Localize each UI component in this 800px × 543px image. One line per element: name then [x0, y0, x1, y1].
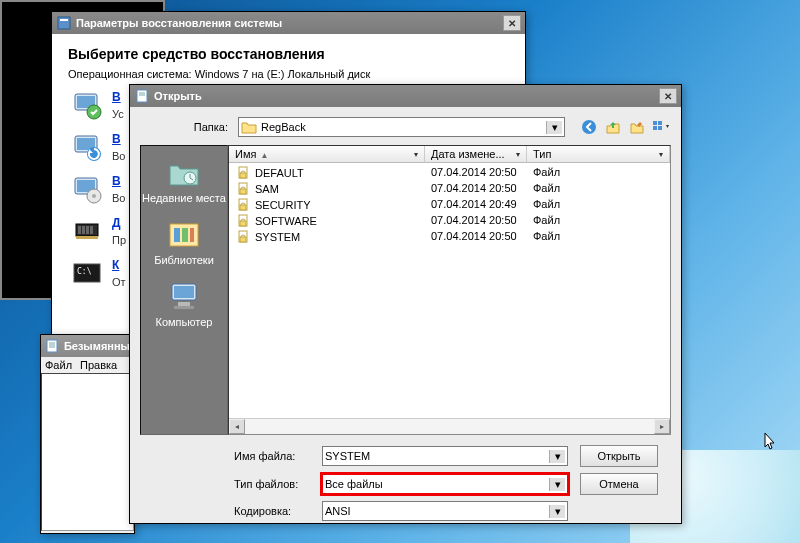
svg-rect-0 — [58, 17, 70, 29]
file-locked-icon — [235, 166, 251, 180]
file-date: 07.04.2014 20:50 — [431, 230, 533, 244]
folder-icon — [241, 120, 257, 134]
encoding-combo[interactable]: ANSI ▾ — [322, 501, 568, 521]
recent-places-icon — [164, 154, 204, 190]
file-date: 07.04.2014 20:50 — [431, 166, 533, 180]
file-locked-icon — [235, 214, 251, 228]
recovery-os-line: Операционная система: Windows 7 на (E:) … — [68, 68, 509, 80]
recovery-link[interactable]: Д — [112, 216, 124, 230]
command-prompt-icon: C:\ — [72, 258, 104, 290]
svg-point-27 — [582, 120, 596, 134]
file-row[interactable]: SYSTEM07.04.2014 20:50Файл — [229, 229, 670, 245]
svg-rect-14 — [82, 226, 85, 234]
encoding-value: ANSI — [325, 505, 351, 517]
column-type[interactable]: Тип▾ — [527, 146, 670, 162]
notepad-title: Безымянны — [64, 340, 130, 352]
file-list-area: Имя▲ ▾ Дата измене...▾ Тип▾ DEFAULT07.04… — [228, 145, 671, 435]
svg-rect-15 — [86, 226, 89, 234]
file-date: 07.04.2014 20:49 — [431, 198, 533, 212]
nav-back-icon[interactable] — [579, 117, 599, 137]
file-row[interactable]: DEFAULT07.04.2014 20:50Файл — [229, 165, 670, 181]
svg-rect-36 — [190, 228, 194, 242]
libraries-icon — [164, 216, 204, 252]
recovery-close-button[interactable]: ✕ — [503, 15, 521, 31]
file-date: 07.04.2014 20:50 — [431, 182, 533, 196]
file-row[interactable]: SOFTWARE07.04.2014 20:50Файл — [229, 213, 670, 229]
file-type: Файл — [533, 198, 664, 212]
filetype-combo[interactable]: Все файлы ▾ — [322, 474, 568, 494]
filename-value: SYSTEM — [325, 450, 370, 462]
notepad-menu-edit[interactable]: Правка — [80, 359, 117, 371]
notepad-menu-file[interactable]: Файл — [45, 359, 72, 371]
svg-rect-50 — [240, 237, 246, 242]
recovery-titlebar[interactable]: Параметры восстановления системы ✕ — [52, 12, 525, 34]
filename-input[interactable]: SYSTEM ▾ — [322, 446, 568, 466]
place-recent[interactable]: Недавние места — [142, 154, 226, 204]
place-libraries[interactable]: Библиотеки — [154, 216, 214, 266]
encoding-label: Кодировка: — [234, 505, 310, 517]
svg-rect-48 — [240, 221, 246, 226]
filetype-label: Тип файлов: — [234, 478, 310, 490]
svg-point-11 — [92, 194, 96, 198]
file-type: Файл — [533, 166, 664, 180]
notepad-menus: Файл Правка — [41, 357, 134, 373]
dropdown-arrow-icon[interactable]: ▾ — [549, 478, 565, 491]
notepad-icon — [45, 338, 60, 354]
svg-rect-35 — [182, 228, 188, 242]
places-bar: Недавние места Библиотеки Компьютер — [140, 145, 228, 435]
recovery-link[interactable]: К — [112, 258, 124, 272]
file-name: DEFAULT — [255, 167, 304, 179]
recovery-link[interactable]: В — [112, 174, 124, 188]
scroll-right-icon[interactable]: ▸ — [654, 419, 670, 434]
open-dialog-close-button[interactable]: ✕ — [659, 88, 677, 104]
dropdown-arrow-icon[interactable]: ▾ — [549, 450, 565, 463]
column-name[interactable]: Имя▲ ▾ — [229, 146, 425, 162]
recovery-link[interactable]: В — [112, 90, 124, 104]
recovery-heading: Выберите средство восстановления — [68, 46, 509, 62]
file-type: Файл — [533, 230, 664, 244]
dropdown-arrow-icon[interactable]: ▾ — [549, 505, 565, 518]
file-row[interactable]: SECURITY07.04.2014 20:49Файл — [229, 197, 670, 213]
notepad-editor[interactable] — [41, 373, 134, 531]
file-locked-icon — [235, 198, 251, 212]
svg-rect-44 — [240, 189, 246, 194]
svg-rect-24 — [137, 90, 147, 102]
mouse-cursor-icon — [764, 432, 778, 452]
horizontal-scrollbar[interactable]: ◂ ▸ — [229, 418, 670, 434]
file-date: 07.04.2014 20:50 — [431, 214, 533, 228]
file-name: SECURITY — [255, 199, 311, 211]
open-dialog-titlebar[interactable]: Открыть ✕ — [130, 85, 681, 107]
svg-rect-17 — [76, 236, 98, 239]
recovery-title-icon — [56, 15, 72, 31]
notepad-window: Безымянны Файл Правка — [40, 334, 135, 534]
place-label: Недавние места — [142, 192, 226, 204]
file-list-header: Имя▲ ▾ Дата измене...▾ Тип▾ — [229, 146, 670, 163]
svg-rect-1 — [60, 19, 68, 21]
svg-rect-46 — [240, 205, 246, 210]
svg-rect-39 — [178, 302, 190, 306]
folder-combo[interactable]: RegBack ▾ — [238, 117, 565, 137]
svg-rect-30 — [653, 126, 657, 130]
nav-up-icon[interactable] — [603, 117, 623, 137]
file-row[interactable]: SAM07.04.2014 20:50Файл — [229, 181, 670, 197]
cancel-button[interactable]: Отмена — [580, 473, 658, 495]
svg-rect-31 — [658, 126, 662, 130]
place-computer[interactable]: Компьютер — [156, 278, 213, 328]
folder-label: Папка: — [186, 121, 228, 133]
nav-views-icon[interactable] — [651, 117, 671, 137]
filename-label: Имя файла: — [234, 450, 310, 462]
open-button[interactable]: Открыть — [580, 445, 658, 467]
recovery-link[interactable]: В — [112, 132, 124, 146]
filetype-value: Все файлы — [325, 478, 383, 490]
scroll-track[interactable] — [245, 419, 654, 434]
file-type: Файл — [533, 182, 664, 196]
column-date[interactable]: Дата измене...▾ — [425, 146, 527, 162]
notepad-titlebar[interactable]: Безымянны — [41, 335, 134, 357]
file-locked-icon — [235, 230, 251, 244]
nav-newfolder-icon[interactable] — [627, 117, 647, 137]
dropdown-arrow-icon[interactable]: ▾ — [546, 121, 562, 134]
svg-rect-28 — [653, 121, 657, 125]
folder-value: RegBack — [261, 121, 306, 133]
scroll-left-icon[interactable]: ◂ — [229, 419, 245, 434]
svg-rect-13 — [78, 226, 81, 234]
